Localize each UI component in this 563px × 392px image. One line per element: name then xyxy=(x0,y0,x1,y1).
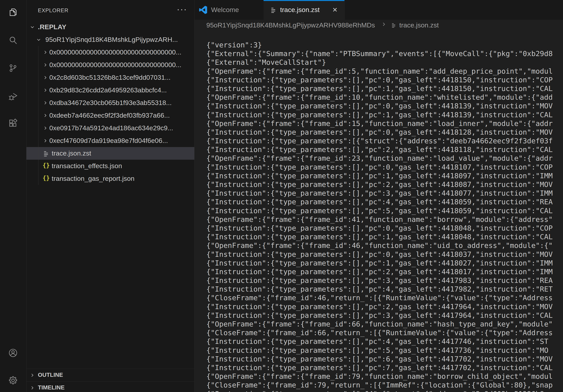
explorer-icon[interactable] xyxy=(8,8,18,17)
tree-item-label: transaction_gas_report.json xyxy=(52,175,135,182)
tree-item-label: 0xe0917b74a5912e4ad186ac634e29c9... xyxy=(49,124,173,132)
code-line: {"Instruction":{"type_parameters":[],"pc… xyxy=(206,346,553,355)
tree-folder-row[interactable]: 0xdba34672e30cb065b1f93e3ab55318... xyxy=(26,96,194,109)
section-label: OUTLINE xyxy=(38,372,63,378)
list-file-icon xyxy=(270,6,277,13)
tree-item-label: 0xdba34672e30cb065b1f93e3ab55318... xyxy=(49,99,172,107)
close-icon[interactable]: ✕ xyxy=(331,6,339,14)
tree-folder-row[interactable]: 0xe0917b74a5912e4ad186ac634e29c9... xyxy=(26,122,194,134)
source-control-icon[interactable] xyxy=(8,63,18,73)
code-line: {"Instruction":{"type_parameters":[],"pc… xyxy=(206,267,553,276)
list-file-icon xyxy=(391,22,397,28)
tree-item-label: 0x00000000000000000000000000000000... xyxy=(49,48,181,56)
tree-file-row[interactable]: {}transaction_effects.json xyxy=(26,160,194,172)
code-line: {"OpenFrame":{"frame":{"frame_id":15,"fu… xyxy=(206,119,553,128)
code-line: {"Instruction":{"type_parameters":[],"pc… xyxy=(206,302,553,311)
chevron-right-icon xyxy=(43,100,48,105)
chevron-right-icon xyxy=(30,385,35,391)
account-icon[interactable] xyxy=(8,348,18,358)
tab-bar: Welcome trace.json.zst ✕ xyxy=(194,0,563,20)
code-line: {"Instruction":{"type_parameters":[],"pc… xyxy=(206,233,553,241)
list-file-icon xyxy=(43,150,50,157)
section-timeline[interactable]: TIMELINE xyxy=(26,381,194,392)
json-braces-icon: {} xyxy=(43,162,50,169)
code-line: {"External":"MoveCallStart"} xyxy=(206,58,553,67)
tree-item-label: transaction_effects.json xyxy=(52,162,122,170)
code-line: {"Instruction":{"type_parameters":[],"pc… xyxy=(206,145,553,154)
chevron-right-icon xyxy=(43,87,48,93)
chevron-down-icon xyxy=(30,24,35,30)
code-line: {"External":{"Summary":{"name":"PTBSumma… xyxy=(206,49,553,58)
vscode-logo-icon xyxy=(199,6,207,14)
code-line: {"Instruction":{"type_parameters":[],"pc… xyxy=(206,363,553,372)
breadcrumb-file[interactable]: trace.json.zst xyxy=(399,21,439,29)
code-line: {"Instruction":{"type_parameters":[],"pc… xyxy=(206,207,553,215)
breadcrumb-folder[interactable]: 95oR1YipjSnqd18K4BMshkLgPijypwzARHV988eR… xyxy=(206,21,375,29)
tree-item-label: 0x00000000000000000000000000000000... xyxy=(49,61,181,69)
explorer-title: EXPLORER xyxy=(38,8,68,14)
code-line: {"Instruction":{"type_parameters":[],"pc… xyxy=(206,76,553,84)
chevron-right-icon xyxy=(43,75,48,80)
chevron-down-icon xyxy=(36,37,41,42)
chevron-right-icon xyxy=(43,50,48,55)
code-line: {"OpenFrame":{"frame":{"frame_id":66,"fu… xyxy=(206,320,553,328)
tree-folder-row[interactable]: 0x2c8d603bc51326b8c13cef9dd07031... xyxy=(26,71,194,84)
code-line: {"CloseFrame":{"frame_id":66,"return_":[… xyxy=(206,328,553,337)
code-line: {"Instruction":{"type_parameters":[],"pc… xyxy=(206,84,553,93)
code-line: {"Instruction":{"type_parameters":[],"pc… xyxy=(206,224,553,233)
breadcrumb: 95oR1YipjSnqd18K4BMshkLgPijypwzARHV988eR… xyxy=(194,20,563,30)
code-line: {"Instruction":{"type_parameters":[],"pc… xyxy=(206,250,553,259)
section-label: TIMELINE xyxy=(38,384,64,391)
code-line: {"Instruction":{"type_parameters":[],"pc… xyxy=(206,180,553,189)
search-icon[interactable] xyxy=(8,36,18,45)
tab-welcome[interactable]: Welcome xyxy=(194,0,264,20)
code-line: {"Instruction":{"type_parameters":[],"pc… xyxy=(206,163,553,171)
chevron-right-icon xyxy=(43,113,48,118)
tree-folder-row[interactable]: 0xb29d83c26cdd2a64959263abbcfc4... xyxy=(26,84,194,96)
run-and-debug-icon[interactable] xyxy=(8,91,18,101)
tree-item-label: 0xecf47609d7da919ea98e7fd04f6e06... xyxy=(49,137,168,144)
code-line: {"OpenFrame":{"frame":{"frame_id":10,"fu… xyxy=(206,93,553,102)
tree-item-label: .REPLAY xyxy=(38,23,66,31)
code-line: {"OpenFrame":{"frame":{"frame_id":79,"fu… xyxy=(206,372,553,381)
tree-folder-row[interactable]: 0x00000000000000000000000000000000... xyxy=(26,59,194,71)
section-outline[interactable]: OUTLINE xyxy=(26,369,194,381)
code-line: {"CloseFrame":{"frame_id":79,"return_":[… xyxy=(206,381,553,390)
tree-folder-row[interactable]: 95oR1YipjSnqd18K4BMshkLgPijypwzARH... xyxy=(26,33,194,46)
tree-folder-row[interactable]: 0xecf47609d7da919ea98e7fd04f6e06... xyxy=(26,134,194,147)
chevron-right-icon xyxy=(43,138,48,144)
tree-item-label: trace.json.zst xyxy=(52,149,91,157)
tree-folder-row[interactable]: 0xdeeb7a4662eec9f2f3def03fb937a66... xyxy=(26,109,194,122)
tree-item-label: 0xb29d83c26cdd2a64959263abbcfc4... xyxy=(49,86,167,94)
code-line: {"Instruction":{"type_parameters":[],"pc… xyxy=(206,171,553,180)
tree-file-row[interactable]: {}transaction_gas_report.json xyxy=(26,172,194,185)
extensions-icon[interactable] xyxy=(8,119,18,128)
active-tab-indicator xyxy=(264,0,345,1)
code-line: {"Instruction":{"type_parameters":[],"pc… xyxy=(206,337,553,346)
settings-gear-icon[interactable] xyxy=(8,376,18,385)
code-line: {"Instruction":{"type_parameters":[],"pc… xyxy=(206,128,553,137)
code-line: {"Instruction":{"type_parameters":[],"pc… xyxy=(206,111,553,119)
activity-bar xyxy=(0,0,26,392)
code-line: {"Instruction":{"type_parameters":[],"pc… xyxy=(206,276,553,285)
editor-content[interactable]: {"version":3}{"External":{"Summary":{"na… xyxy=(206,30,563,392)
code-line: {"OpenFrame":{"frame":{"frame_id":23,"fu… xyxy=(206,154,553,163)
tree-file-row[interactable]: trace.json.zst xyxy=(26,147,194,160)
sidebar-header: EXPLORER ··· xyxy=(26,0,194,20)
tree-item-label: 95oR1YipjSnqd18K4BMshkLgPijypwzARH... xyxy=(45,36,178,43)
tree-item-label: 0xdeeb7a4662eec9f2f3def03fb937a66... xyxy=(49,112,170,119)
code-line: {"Instruction":{"type_parameters":[],"pc… xyxy=(206,259,553,267)
chevron-right-icon xyxy=(43,125,48,131)
code-line: {"Instruction":{"type_parameters":["u64"… xyxy=(206,390,553,392)
tree-folder-row[interactable]: 0x00000000000000000000000000000000... xyxy=(26,46,194,59)
tree-folder-row[interactable]: .REPLAY xyxy=(26,21,194,33)
tab-trace-json-zst[interactable]: trace.json.zst ✕ xyxy=(264,0,345,20)
chevron-right-icon xyxy=(381,21,387,27)
code-lines: {"version":3}{"External":{"Summary":{"na… xyxy=(206,41,553,392)
tab-welcome-label: Welcome xyxy=(211,6,239,14)
explorer-sidebar: EXPLORER ··· .REPLAY95oR1YipjSnqd18K4BMs… xyxy=(26,0,194,392)
more-actions-icon[interactable]: ··· xyxy=(177,4,187,14)
chevron-right-icon xyxy=(30,372,35,378)
code-line: {"Instruction":{"type_parameters":[],"pc… xyxy=(206,355,553,363)
code-line: {"Instruction":{"type_parameters":[],"pc… xyxy=(206,197,553,206)
